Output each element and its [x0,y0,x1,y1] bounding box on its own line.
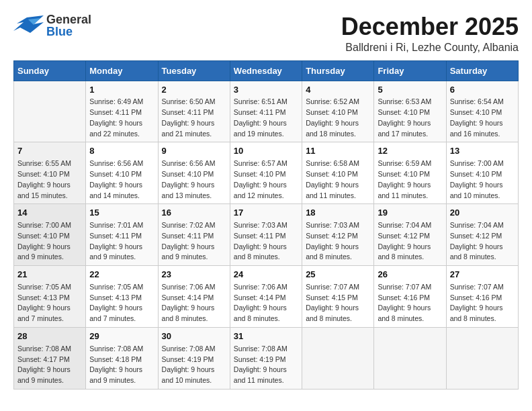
calendar-cell: 10Sunrise: 6:57 AMSunset: 4:10 PMDayligh… [230,142,302,204]
calendar-cell: 31Sunrise: 7:08 AMSunset: 4:19 PMDayligh… [230,327,302,389]
day-info: Sunrise: 6:52 AMSunset: 4:10 PMDaylight:… [306,97,370,139]
calendar-cell: 2Sunrise: 6:50 AMSunset: 4:11 PMDaylight… [158,81,230,142]
day-info: Sunrise: 7:08 AMSunset: 4:18 PMDaylight:… [89,344,154,386]
day-info: Sunrise: 6:54 AMSunset: 4:10 PMDaylight:… [450,97,515,139]
day-info: Sunrise: 7:05 AMSunset: 4:13 PMDaylight:… [17,282,82,324]
day-info: Sunrise: 6:58 AMSunset: 4:10 PMDaylight:… [306,158,370,201]
day-info: Sunrise: 6:51 AMSunset: 4:11 PMDaylight:… [234,97,298,139]
day-number: 23 [162,269,226,281]
calendar-week-5: 28Sunrise: 7:08 AMSunset: 4:17 PMDayligh… [14,327,519,389]
day-number: 25 [306,269,370,281]
day-info: Sunrise: 6:56 AMSunset: 4:10 PMDaylight:… [89,158,154,201]
day-number: 8 [89,145,154,158]
calendar-cell: 17Sunrise: 7:03 AMSunset: 4:11 PMDayligh… [230,204,302,266]
day-number: 10 [234,145,298,158]
calendar-cell: 20Sunrise: 7:04 AMSunset: 4:12 PMDayligh… [446,204,518,266]
day-number: 31 [234,330,298,343]
header: General Blue December 2025 Balldreni i R… [13,13,519,54]
day-info: Sunrise: 7:06 AMSunset: 4:14 PMDaylight:… [234,282,298,324]
day-number: 1 [89,84,154,97]
calendar-cell: 23Sunrise: 7:06 AMSunset: 4:14 PMDayligh… [158,266,230,328]
day-number: 21 [17,269,82,281]
day-number: 28 [17,330,82,343]
calendar-week-2: 7Sunrise: 6:55 AMSunset: 4:10 PMDaylight… [14,142,519,204]
day-number: 29 [89,330,154,343]
day-number: 18 [306,207,370,220]
day-number: 2 [162,84,226,97]
calendar-cell [446,327,518,389]
day-number: 27 [450,269,515,281]
day-info: Sunrise: 7:08 AMSunset: 4:17 PMDaylight:… [17,344,82,386]
day-number: 15 [89,207,154,220]
header-day-friday: Friday [374,60,446,81]
calendar-cell: 9Sunrise: 6:56 AMSunset: 4:10 PMDaylight… [158,142,230,204]
logo-icon [13,14,44,38]
calendar-week-1: 1Sunrise: 6:49 AMSunset: 4:11 PMDaylight… [14,81,519,142]
header-day-sunday: Sunday [14,60,86,81]
calendar-cell: 11Sunrise: 6:58 AMSunset: 4:10 PMDayligh… [302,142,374,204]
logo-general-text: General [46,13,91,26]
calendar-week-3: 14Sunrise: 7:00 AMSunset: 4:10 PMDayligh… [14,204,519,266]
day-number: 19 [378,207,442,220]
day-info: Sunrise: 7:04 AMSunset: 4:12 PMDaylight:… [450,220,515,263]
calendar-cell: 22Sunrise: 7:05 AMSunset: 4:13 PMDayligh… [86,266,158,328]
calendar-cell: 27Sunrise: 7:07 AMSunset: 4:16 PMDayligh… [446,266,518,328]
day-info: Sunrise: 6:59 AMSunset: 4:10 PMDaylight:… [378,158,442,201]
day-number: 14 [17,207,82,220]
day-info: Sunrise: 7:03 AMSunset: 4:12 PMDaylight:… [306,220,370,263]
day-info: Sunrise: 7:04 AMSunset: 4:12 PMDaylight:… [378,220,442,263]
day-info: Sunrise: 7:05 AMSunset: 4:13 PMDaylight:… [89,282,154,324]
day-info: Sunrise: 7:00 AMSunset: 4:10 PMDaylight:… [17,220,82,263]
calendar-cell [302,327,374,389]
calendar-cell: 25Sunrise: 7:07 AMSunset: 4:15 PMDayligh… [302,266,374,328]
calendar-cell: 7Sunrise: 6:55 AMSunset: 4:10 PMDaylight… [14,142,86,204]
day-info: Sunrise: 7:00 AMSunset: 4:10 PMDaylight:… [450,158,515,201]
day-info: Sunrise: 6:57 AMSunset: 4:10 PMDaylight:… [234,158,298,201]
calendar-cell: 15Sunrise: 7:01 AMSunset: 4:11 PMDayligh… [86,204,158,266]
day-number: 17 [234,207,298,220]
calendar-cell: 8Sunrise: 6:56 AMSunset: 4:10 PMDaylight… [86,142,158,204]
day-info: Sunrise: 6:50 AMSunset: 4:11 PMDaylight:… [162,97,226,139]
day-number: 4 [306,84,370,97]
calendar-cell: 28Sunrise: 7:08 AMSunset: 4:17 PMDayligh… [14,327,86,389]
calendar-cell: 21Sunrise: 7:05 AMSunset: 4:13 PMDayligh… [14,266,86,328]
day-number: 20 [450,207,515,220]
header-day-tuesday: Tuesday [158,60,230,81]
day-number: 11 [306,145,370,158]
calendar-cell: 13Sunrise: 7:00 AMSunset: 4:10 PMDayligh… [446,142,518,204]
day-number: 7 [17,145,82,158]
calendar-cell: 3Sunrise: 6:51 AMSunset: 4:11 PMDaylight… [230,81,302,142]
day-number: 12 [378,145,442,158]
header-day-saturday: Saturday [446,60,518,81]
location-title: Balldreni i Ri, Lezhe County, Albania [341,42,519,54]
day-info: Sunrise: 6:49 AMSunset: 4:11 PMDaylight:… [89,97,154,139]
calendar-table: SundayMondayTuesdayWednesdayThursdayFrid… [13,60,519,390]
header-day-wednesday: Wednesday [230,60,302,81]
day-number: 3 [234,84,298,97]
day-number: 6 [450,84,515,97]
calendar-cell: 5Sunrise: 6:53 AMSunset: 4:10 PMDaylight… [374,81,446,142]
calendar-cell: 30Sunrise: 7:08 AMSunset: 4:19 PMDayligh… [158,327,230,389]
svg-marker-0 [13,15,44,33]
calendar-cell [374,327,446,389]
calendar-cell [14,81,86,142]
calendar-cell: 1Sunrise: 6:49 AMSunset: 4:11 PMDaylight… [86,81,158,142]
header-day-thursday: Thursday [302,60,374,81]
day-info: Sunrise: 6:55 AMSunset: 4:10 PMDaylight:… [17,158,82,201]
calendar-cell: 19Sunrise: 7:04 AMSunset: 4:12 PMDayligh… [374,204,446,266]
title-area: December 2025 Balldreni i Ri, Lezhe Coun… [341,13,519,54]
day-info: Sunrise: 7:08 AMSunset: 4:19 PMDaylight:… [162,344,226,386]
day-info: Sunrise: 7:07 AMSunset: 4:16 PMDaylight:… [378,282,442,324]
day-number: 9 [162,145,226,158]
day-info: Sunrise: 6:56 AMSunset: 4:10 PMDaylight:… [162,158,226,201]
calendar-cell: 6Sunrise: 6:54 AMSunset: 4:10 PMDaylight… [446,81,518,142]
calendar-cell: 4Sunrise: 6:52 AMSunset: 4:10 PMDaylight… [302,81,374,142]
calendar-cell: 29Sunrise: 7:08 AMSunset: 4:18 PMDayligh… [86,327,158,389]
header-day-monday: Monday [86,60,158,81]
day-number: 30 [162,330,226,343]
month-title: December 2025 [341,13,519,40]
calendar-cell: 26Sunrise: 7:07 AMSunset: 4:16 PMDayligh… [374,266,446,328]
day-info: Sunrise: 6:53 AMSunset: 4:10 PMDaylight:… [378,97,442,139]
day-number: 16 [162,207,226,220]
logo: General Blue [13,13,91,38]
